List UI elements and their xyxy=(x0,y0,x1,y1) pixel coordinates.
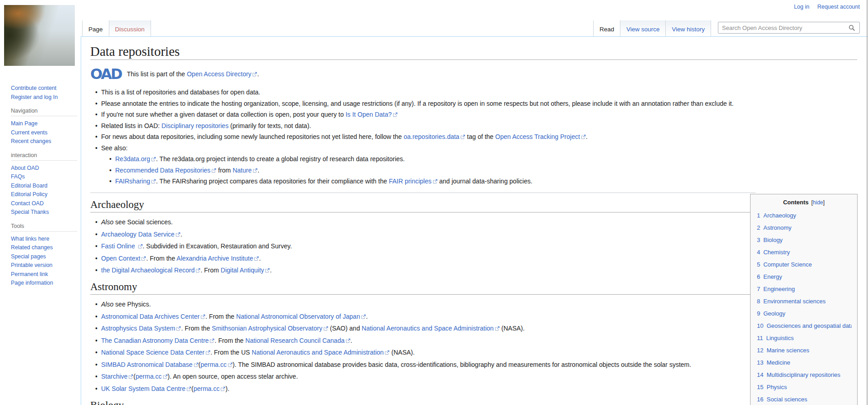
external-link[interactable]: Astronomical Data Archives Center xyxy=(101,313,205,320)
toc-entry-environmental-sciences[interactable]: 8Environmental sciences xyxy=(757,298,826,305)
external-link[interactable]: National Research Council Canada xyxy=(245,337,351,344)
sidebar-item-page-information[interactable]: Page information xyxy=(11,279,77,288)
toc-entry-multidisciplinary-repositories[interactable]: 14Multidisciplinary repositories xyxy=(757,371,840,378)
external-link-icon xyxy=(385,350,390,355)
sidebar-item-special-pages[interactable]: Special pages xyxy=(11,252,77,262)
external-link[interactable]: National Aeronautics and Space Administr… xyxy=(362,325,500,332)
external-link-icon xyxy=(433,179,438,184)
external-link[interactable]: National Space Science Data Center xyxy=(101,349,210,356)
list-item: Re3data.org. The re3data.org project int… xyxy=(115,154,756,164)
sidebar-nav: Contribute contentRegister and log InNav… xyxy=(11,84,77,294)
list-item: Astrophysics Data System. From the Smith… xyxy=(101,323,756,333)
list-item: the Digital Archaeological Record. From … xyxy=(101,265,756,275)
tab-view-source[interactable]: View source xyxy=(620,20,666,36)
external-link-icon xyxy=(265,268,270,273)
toc-entry-medicine[interactable]: 13Medicine xyxy=(757,359,790,366)
sidebar-item-contact-oad[interactable]: Contact OAD xyxy=(11,199,77,208)
toc-entry-geology[interactable]: 9Geology xyxy=(757,310,785,317)
scrollbar[interactable] xyxy=(867,0,868,405)
sidebar-item-faqs[interactable]: FAQs xyxy=(11,173,77,182)
section-heading-biology: Biology xyxy=(90,399,756,405)
external-link[interactable]: perma.cc xyxy=(136,373,168,380)
external-link[interactable]: Smithsonian Astrophysical Observatory xyxy=(212,325,328,332)
external-link-icon xyxy=(176,326,181,331)
toc-entry-astronomy[interactable]: 2Astronomy xyxy=(757,224,791,231)
external-link[interactable]: perma.cc xyxy=(194,385,226,392)
tab-read[interactable]: Read xyxy=(593,20,620,36)
sidebar-item-main-page[interactable]: Main Page xyxy=(11,119,77,128)
sidebar-item-editorial-policy[interactable]: Editorial Policy xyxy=(11,190,77,199)
external-link[interactable]: The Canadian Astronomy Data Centre xyxy=(101,337,215,344)
external-link-icon xyxy=(361,314,366,319)
sidebar-item-current-events[interactable]: Current events xyxy=(11,128,77,138)
oad-logo[interactable]: OAD xyxy=(90,66,122,82)
external-link[interactable]: Re3data.org xyxy=(115,155,156,163)
external-link[interactable]: Is It Open Data? xyxy=(346,111,398,118)
toc-entry-social-sciences[interactable]: 16Social sciences xyxy=(757,396,807,403)
sidebar-item-register-and-log-in[interactable]: Register and log In xyxy=(11,93,77,102)
external-link[interactable]: Archaeology Data Service xyxy=(101,231,180,238)
request-account-link[interactable]: Request account xyxy=(817,4,860,10)
toc-entry-computer-science[interactable]: 5Computer Science xyxy=(757,261,812,268)
toc-item: 3Biology xyxy=(757,234,852,246)
external-link-icon xyxy=(186,386,191,391)
internal-link[interactable]: Disciplinary repositories xyxy=(161,122,229,129)
tab-view-history[interactable]: View history xyxy=(666,20,711,36)
sidebar-item-contribute-content[interactable]: Contribute content xyxy=(11,84,77,93)
external-link[interactable]: the Digital Archaeological Record xyxy=(101,267,200,274)
toc-entry-engineering[interactable]: 7Engineering xyxy=(757,286,795,292)
toc-entry-biology[interactable]: 3Biology xyxy=(757,237,783,243)
list-item: Please annotate the entries to indicate … xyxy=(101,99,756,109)
toc-hide-button[interactable]: hide xyxy=(811,199,824,206)
sidebar-heading: Tools xyxy=(11,223,77,232)
external-link[interactable]: Astrophysics Data System xyxy=(101,325,181,332)
toc-item: 14Multidisciplinary repositories xyxy=(757,369,852,381)
toc-entry-geosciences-and-geospatial-data[interactable]: 10Geosciences and geospatial data xyxy=(757,322,852,329)
search-input[interactable] xyxy=(718,25,848,31)
sidebar-item-printable-version[interactable]: Printable version xyxy=(11,261,77,270)
sidebar-item-about-oad[interactable]: About OAD xyxy=(11,164,77,173)
list-item: Astronomical Data Archives Center. From … xyxy=(101,311,756,321)
sidebar-item-what-links-here[interactable]: What links here xyxy=(11,235,77,244)
external-link[interactable]: SIMBAD Astronomical Database xyxy=(101,361,199,368)
sidebar-item-recent-changes[interactable]: Recent changes xyxy=(11,137,77,146)
external-link[interactable]: Nature xyxy=(233,167,258,174)
sidebar-item-permanent-link[interactable]: Permanent link xyxy=(11,270,77,279)
external-link[interactable]: National Aeronautics and Space Administr… xyxy=(252,349,390,356)
external-link[interactable]: Fasti Online xyxy=(101,242,143,250)
section-heading-astronomy: Astronomy xyxy=(90,281,756,295)
list-item: Recommended Data Repositories from Natur… xyxy=(115,165,756,175)
external-link[interactable]: Open Context xyxy=(101,255,146,262)
sidebar-item-special-thanks[interactable]: Special Thanks xyxy=(11,208,77,217)
external-link-icon xyxy=(211,168,216,173)
external-link[interactable]: Open Access Tracking Project xyxy=(495,133,586,140)
login-link[interactable]: Log in xyxy=(794,4,809,10)
external-link[interactable]: Digital Antiquity xyxy=(221,267,270,274)
toc-entry-archaeology[interactable]: 1Archaeology xyxy=(757,212,796,219)
external-link[interactable]: perma.cc xyxy=(200,361,233,368)
toc-entry-linguistics[interactable]: 11Linguistics xyxy=(757,335,794,341)
sidebar-item-related-changes[interactable]: Related changes xyxy=(11,243,77,252)
toc-entry-marine-sciences[interactable]: 12Marine sciences xyxy=(757,347,809,354)
wiki-logo-image[interactable] xyxy=(4,5,75,66)
tab-discussion[interactable]: Discussion xyxy=(109,20,151,36)
external-link[interactable]: Open Access Directory xyxy=(187,70,257,78)
search-icon[interactable] xyxy=(848,25,859,31)
toc-item: 12Marine sciences xyxy=(757,344,852,356)
external-link[interactable]: UK Solar System Data Centre xyxy=(101,385,191,392)
external-link[interactable]: Alexandria Archive Institute xyxy=(176,255,259,262)
toc-entry-physics[interactable]: 15Physics xyxy=(757,384,787,390)
sidebar-item-editorial-board[interactable]: Editorial Board xyxy=(11,182,77,191)
sidebar-heading: interaction xyxy=(11,152,77,161)
toc-entry-chemistry[interactable]: 4Chemistry xyxy=(757,249,790,256)
external-link[interactable]: FAIRsharing xyxy=(115,178,156,185)
toc-entry-energy[interactable]: 6Energy xyxy=(757,273,782,280)
toc-item: 9Geology xyxy=(757,307,852,320)
external-link[interactable]: Starchive xyxy=(101,373,133,380)
section-heading-archaeology: Archaeology xyxy=(90,198,756,212)
external-link[interactable]: National Astronomical Observatory of Jap… xyxy=(236,313,366,320)
external-link[interactable]: Recommended Data Repositories xyxy=(115,167,216,174)
tab-page[interactable]: Page xyxy=(82,20,109,36)
external-link[interactable]: oa.repositories.data xyxy=(404,133,465,140)
external-link[interactable]: FAIR principles xyxy=(389,178,437,185)
